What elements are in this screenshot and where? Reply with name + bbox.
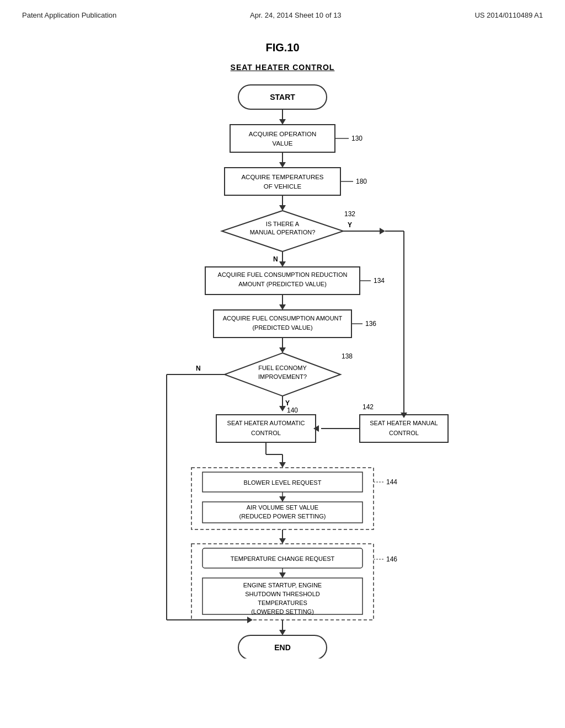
svg-marker-38: [279, 462, 286, 468]
svg-rect-7: [225, 168, 340, 195]
acquire-temp-line1: ACQUIRE TEMPERATURES: [241, 174, 323, 180]
no-fuel-label: N: [196, 365, 201, 372]
header-center: Apr. 24, 2014 Sheet 10 of 13: [250, 11, 342, 19]
svg-marker-46: [279, 538, 286, 544]
svg-marker-6: [279, 162, 286, 168]
ref146-label: 146: [386, 555, 397, 563]
fuel-red-line2: AMOUNT (PREDICTED VALUE): [238, 281, 327, 287]
svg-marker-58: [279, 630, 286, 635]
fuel-eco-line1: FUEL ECONOMY: [258, 365, 307, 371]
fig-title: FIG.10: [265, 41, 299, 54]
svg-marker-15: [279, 261, 286, 267]
yes-fuel-label: Y: [285, 399, 290, 407]
svg-rect-29: [360, 415, 448, 442]
no-manual-label: N: [273, 255, 278, 263]
start-label: START: [270, 93, 295, 101]
engine-line3: TEMPERATURES: [258, 599, 307, 606]
ref132-label: 132: [344, 210, 355, 218]
fuel-eco-line2: IMPROVEMENT?: [258, 373, 307, 380]
header-left: Patent Application Publication: [22, 11, 116, 19]
air-volume-line1: AIR VOLUME SET VALUE: [247, 504, 318, 511]
ref144-label: 144: [386, 478, 397, 486]
svg-rect-3: [230, 125, 335, 152]
svg-marker-2: [279, 119, 286, 125]
page: Patent Application Publication Apr. 24, …: [0, 0, 565, 728]
header-right: US 2014/0110489 A1: [475, 11, 543, 19]
svg-rect-28: [216, 415, 316, 442]
ref136-label: 136: [365, 320, 376, 328]
auto-ctrl-line1: SEAT HEATER AUTOMATIC: [227, 420, 305, 426]
acquire-op-line1: ACQUIRE OPERATION: [249, 131, 316, 137]
svg-marker-10: [279, 205, 286, 211]
fuel-red-line1: ACQUIRE FUEL CONSUMPTION REDUCTION: [218, 271, 348, 278]
manual-op-line2: MANUAL OPERATION?: [250, 229, 316, 235]
svg-marker-19: [279, 304, 286, 310]
air-volume-line2: (REDUCED POWER SETTING): [239, 513, 326, 520]
diagram-container: FIG.10 SEAT HEATER CONTROL START ACQUIRE…: [22, 36, 543, 659]
blower-level-label: BLOWER LEVEL REQUEST: [244, 479, 322, 486]
end-label: END: [274, 643, 291, 652]
svg-marker-23: [279, 347, 286, 353]
acquire-op-line2: VALUE: [273, 140, 293, 147]
fuel-amt-line1: ACQUIRE FUEL CONSUMPTION AMOUNT: [223, 315, 343, 322]
auto-ctrl-line2: CONTROL: [251, 430, 281, 436]
fuel-amt-line2: (PREDICTED VALUE): [252, 324, 312, 331]
ref138-label: 138: [342, 352, 353, 360]
ref180-label: 180: [356, 178, 367, 185]
manual-op-line1: IS THERE A: [266, 221, 300, 227]
ref142-label: 142: [363, 403, 374, 411]
header: Patent Application Publication Apr. 24, …: [22, 11, 543, 19]
flowchart-svg: START ACQUIRE OPERATION VALUE 130 ACQUIR…: [89, 79, 476, 659]
engine-line2: SHUTDOWN THRESHOLD: [245, 591, 320, 597]
acquire-temp-line2: OF VEHICLE: [264, 183, 302, 190]
ref130-label: 130: [351, 135, 363, 142]
temp-change-label: TEMPERATURE CHANGE REQUEST: [231, 555, 335, 562]
engine-line1: ENGINE STARTUP, ENGINE: [243, 582, 322, 588]
manual-ctrl-line1: SEAT HEATER MANUAL: [370, 420, 438, 426]
flow-title: SEAT HEATER CONTROL: [231, 63, 335, 72]
svg-marker-13: [380, 228, 385, 234]
svg-rect-20: [214, 310, 351, 338]
yes-manual-label: Y: [348, 221, 352, 229]
ref140-label: 140: [287, 406, 298, 414]
manual-ctrl-line2: CONTROL: [389, 430, 419, 436]
engine-line4: (LOWERED SETTING): [251, 608, 314, 615]
ref134-label: 134: [374, 277, 385, 285]
